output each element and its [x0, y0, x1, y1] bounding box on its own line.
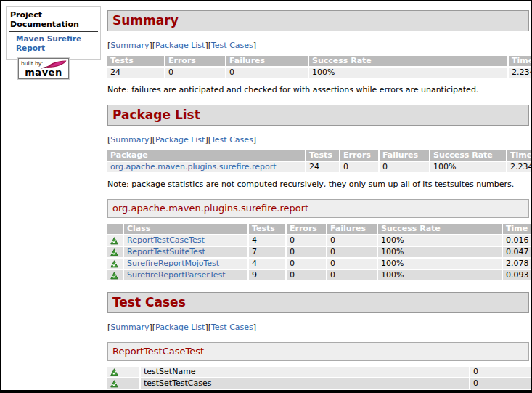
report-content: Summary [Summary][Package List][Test Cas…	[106, 1, 531, 390]
testcase-name: testSetName	[141, 367, 469, 377]
surefire-report-page: Project Documentation Maven Surefire Rep…	[0, 0, 532, 393]
bracket: ]	[253, 41, 256, 50]
package-list-section-title: Package List	[107, 105, 529, 126]
column-header-tests: Tests	[306, 150, 339, 161]
section-nav-links: [Summary][Package List][Test Cases]	[107, 135, 529, 145]
package-detail-section-title: org.apache.maven.plugins.surefire.report	[107, 199, 529, 218]
table-cell: 0	[327, 247, 377, 257]
success-icon	[110, 235, 118, 245]
built-by-maven-logo[interactable]: built by: maven	[18, 58, 69, 79]
nav-link-summary[interactable]: Summary	[110, 41, 149, 50]
column-header-errors: Errors	[287, 224, 326, 234]
table-cell: 4	[249, 259, 285, 269]
class-table-header-row: ClassTestsErrorsFailuresSuccess RateTime	[107, 224, 532, 234]
table-cell: 0	[380, 162, 429, 172]
maven-wordmark: maven	[19, 67, 68, 78]
nav-link-summary[interactable]: Summary	[110, 323, 149, 332]
column-header-success-rate: Success Rate	[430, 150, 506, 161]
class-row: ReportTestSuiteTest700100%0.047	[107, 247, 532, 257]
column-header-class: Class	[124, 224, 247, 234]
testcase-row: testSetTestCases0	[107, 378, 531, 389]
success-icon	[110, 270, 118, 280]
column-header-time: Time	[507, 150, 532, 161]
success-icon	[110, 247, 118, 256]
table-cell: 0	[287, 270, 326, 280]
table-cell: 0	[327, 259, 377, 269]
summary-section-title: Summary	[107, 10, 529, 31]
nav-link-package-list[interactable]: Package List	[155, 41, 205, 50]
section-nav-links: [Summary][Package List][Test Cases]	[107, 323, 529, 332]
table-cell: 0	[165, 68, 225, 78]
sidebar-title: Project Documentation	[9, 9, 98, 32]
column-header-time: Time	[503, 224, 532, 234]
testcase-row: testSetName0	[107, 367, 531, 377]
table-cell: 100%	[378, 235, 502, 246]
class-row: ReportTestCaseTest400100%0.016	[107, 235, 532, 246]
success-icon	[110, 367, 118, 376]
summary-note: Note: failures are anticipated and check…	[107, 85, 529, 94]
table-cell: 4	[249, 235, 285, 246]
table-cell: 100%	[378, 259, 502, 269]
success-icon	[110, 378, 118, 388]
table-cell: 100%	[309, 68, 507, 78]
testcase-time: 0	[470, 367, 531, 377]
package-list-note: Note: package statistics are not compute…	[107, 179, 529, 189]
package-row: org.apache.maven.plugins.surefire.report…	[107, 162, 532, 172]
summary-table: TestsErrorsFailuresSuccess RateTime 2400…	[106, 54, 532, 79]
table-cell: 24	[107, 68, 164, 78]
section-nav-links: [Summary][Package List][Test Cases]	[107, 41, 529, 50]
class-link-reporttestcasetest[interactable]: ReportTestCaseTest	[127, 235, 205, 245]
table-cell: 7	[249, 247, 285, 257]
column-header-success-rate: Success Rate	[309, 56, 507, 66]
sidebar-item-maven-surefire-report[interactable]: Maven Surefire Report	[16, 34, 81, 52]
table-cell: 0	[226, 68, 308, 78]
table-cell: 100%	[378, 247, 502, 257]
table-cell: 0	[287, 259, 326, 269]
summary-row: 2400100%2.234	[107, 68, 532, 78]
column-header-failures: Failures	[226, 56, 308, 66]
class-link-surefirereportmojotest[interactable]: SurefireReportMojoTest	[127, 259, 219, 268]
success-icon	[110, 259, 118, 268]
column-header-failures: Failures	[380, 150, 429, 161]
column-header-errors: Errors	[165, 56, 225, 66]
sidebar-nav: Maven Surefire Report	[9, 32, 98, 53]
nav-link-test-cases[interactable]: Test Cases	[211, 323, 253, 332]
nav-link-package-list[interactable]: Package List	[155, 323, 205, 332]
table-cell: 100%	[430, 162, 506, 172]
nav-link-package-list[interactable]: Package List	[155, 135, 205, 145]
class-list-table: ClassTestsErrorsFailuresSuccess RateTime…	[106, 222, 532, 282]
table-cell: 2.234	[509, 68, 532, 78]
table-cell: 0	[287, 235, 326, 246]
table-cell: 2.234	[507, 162, 532, 172]
testcase-table: testSetName0testSetTestCases0	[106, 365, 532, 390]
class-link-reporttestsuitetest[interactable]: ReportTestSuiteTest	[127, 247, 205, 256]
column-header-time: Time	[509, 56, 532, 66]
table-cell: 0.093	[503, 270, 532, 280]
package-link[interactable]: org.apache.maven.plugins.surefire.report	[110, 162, 277, 171]
column-header-tests: Tests	[249, 224, 285, 234]
class-link-surefirereportparsertest[interactable]: SurefireReportParserTest	[127, 270, 226, 280]
test-cases-section-title: Test Cases	[107, 292, 529, 313]
testcase-group-title: ReportTestCaseTest	[107, 342, 529, 361]
package-list-table: PackageTestsErrorsFailuresSuccess RateTi…	[106, 149, 532, 174]
table-cell: 100%	[378, 270, 502, 280]
bracket: ]	[253, 135, 256, 145]
table-cell: 9	[249, 270, 285, 280]
table-cell: 0	[340, 162, 378, 172]
summary-table-header-row: TestsErrorsFailuresSuccess RateTime	[107, 56, 532, 66]
column-header-package: Package	[107, 150, 305, 161]
table-cell: 2.078	[503, 259, 532, 269]
column-header-errors: Errors	[340, 150, 378, 161]
sidebar: Project Documentation Maven Surefire Rep…	[6, 6, 101, 60]
table-cell: 0	[327, 270, 377, 280]
nav-link-summary[interactable]: Summary	[110, 135, 149, 145]
table-cell: 0	[287, 247, 326, 257]
column-header-failures: Failures	[327, 224, 377, 234]
testcase-time: 0	[470, 378, 531, 389]
nav-link-test-cases[interactable]: Test Cases	[211, 41, 253, 50]
table-cell: 24	[306, 162, 339, 172]
table-cell: 0.047	[503, 247, 532, 257]
nav-link-test-cases[interactable]: Test Cases	[211, 135, 253, 145]
column-header-icon	[107, 224, 123, 234]
package-table-header-row: PackageTestsErrorsFailuresSuccess RateTi…	[107, 150, 532, 161]
